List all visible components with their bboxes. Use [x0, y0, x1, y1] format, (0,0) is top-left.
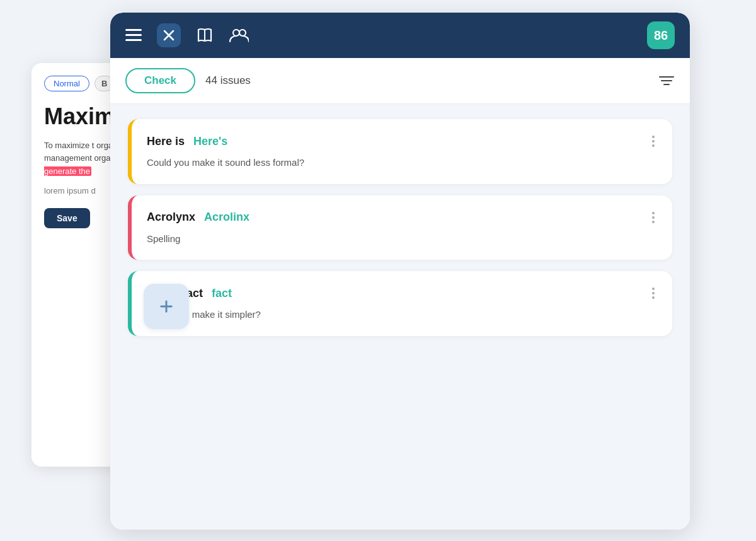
normal-style-button[interactable]: Normal [44, 76, 89, 91]
issue-original-word: Acrolynx [147, 211, 195, 224]
issue-suggested-word: Acrolinx [204, 211, 249, 224]
issues-count: 44 issues [205, 74, 648, 87]
svg-point-8 [233, 30, 239, 36]
svg-rect-3 [125, 34, 142, 36]
svg-rect-2 [125, 29, 142, 31]
issue-card-top: actual fact fact [147, 285, 657, 301]
save-button[interactable]: Save [44, 208, 90, 228]
issue-words: Here is Here's [147, 135, 227, 148]
issue-card-top: Acrolynx Acrolinx [147, 209, 657, 226]
issue-words: Acrolynx Acrolinx [147, 211, 249, 224]
panel-content: Here is Here's Could you make it sound l… [110, 104, 690, 530]
add-button[interactable] [144, 284, 189, 329]
header-left [125, 23, 249, 47]
issue-description: Could you make it sound less formal? [147, 156, 657, 170]
issue-suggested-word: fact [212, 287, 232, 300]
filter-icon[interactable] [658, 74, 675, 87]
check-bar: Check 44 issues [110, 58, 690, 104]
hamburger-icon[interactable] [125, 29, 142, 42]
issue-original-word: Here is [147, 135, 185, 148]
issue-more-button[interactable] [650, 285, 657, 301]
main-panel: 86 Check 44 issues Here is Here's [110, 13, 690, 530]
svg-point-9 [239, 30, 246, 36]
issue-card: actual fact fact Could you make it simpl… [128, 271, 672, 336]
book-icon[interactable] [196, 27, 214, 44]
issue-suggested-word: Here's [193, 135, 227, 148]
issue-card: Acrolynx Acrolinx Spelling [128, 195, 672, 260]
svg-rect-4 [125, 39, 142, 41]
close-button[interactable] [157, 23, 181, 47]
issue-more-button[interactable] [650, 209, 657, 226]
issue-card: Here is Here's Could you make it sound l… [128, 119, 672, 184]
check-button[interactable]: Check [125, 68, 195, 93]
people-icon[interactable] [229, 28, 249, 43]
score-badge: 86 [647, 21, 675, 49]
issue-card-top: Here is Here's [147, 133, 657, 149]
issue-description: Spelling [147, 232, 657, 247]
issue-description: Could you make it simpler? [147, 308, 657, 322]
issue-more-button[interactable] [650, 133, 657, 149]
panel-header: 86 [110, 13, 690, 58]
